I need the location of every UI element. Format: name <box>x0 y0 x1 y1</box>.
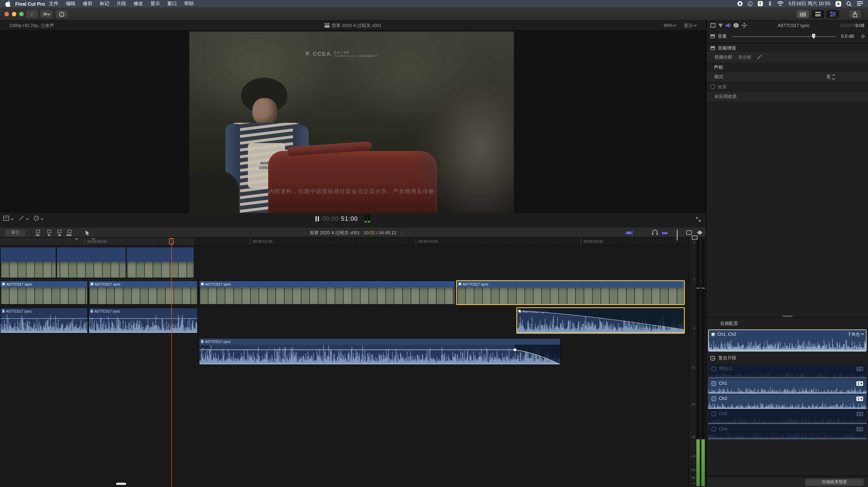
share-button[interactable] <box>849 10 861 18</box>
audio-meters: 6 0 -6 -12 -20 -30 -40 -50 -60 -∞ <box>688 238 706 487</box>
wifi-icon[interactable] <box>777 1 783 6</box>
keyframe-icon[interactable] <box>861 34 865 38</box>
channel-checkbox[interactable] <box>712 427 716 431</box>
channel-row[interactable]: ✓ Ch2 1 <box>708 394 867 410</box>
volume-line[interactable] <box>1 318 87 319</box>
playhead[interactable] <box>171 238 172 487</box>
ruler-label: 00:00:52:00 <box>253 239 272 243</box>
apple-menu-icon[interactable] <box>5 1 11 7</box>
panel-drag-handle[interactable] <box>782 315 793 317</box>
channel-checkbox[interactable]: ✓ <box>712 381 716 386</box>
channel-row[interactable]: Ch3 1 <box>708 410 867 425</box>
video-clip[interactable]: A077C017 sync <box>199 281 455 305</box>
previous-project-button[interactable]: ‹ <box>304 230 306 236</box>
fullscreen-icon[interactable] <box>696 217 701 222</box>
menu-item-edit[interactable]: 编辑 <box>66 0 75 7</box>
channel-checkbox[interactable] <box>712 412 716 416</box>
volume-section-icon[interactable] <box>710 34 715 38</box>
minimize-window-button[interactable] <box>12 12 16 16</box>
channel-checkbox[interactable]: ✓ <box>712 396 716 401</box>
pan-mode-select[interactable]: 无 <box>826 74 835 80</box>
enhancements-menu[interactable] <box>19 216 28 221</box>
show-inspector-button[interactable] <box>827 10 839 18</box>
menu-item-modify[interactable]: 修改 <box>133 0 143 7</box>
timeline[interactable]: 00:00:50:00 00:00:52:00 00:00:54:00 00:0… <box>0 238 706 487</box>
pause-button[interactable] <box>315 216 319 221</box>
mini-audio-meters[interactable] <box>365 215 370 223</box>
timeline-current-time: 10:02 <box>364 230 375 235</box>
show-browser-button[interactable] <box>797 10 809 18</box>
save-effects-preset-button[interactable]: 存储效果预置 <box>805 479 864 486</box>
collapse-icon[interactable] <box>710 356 715 360</box>
close-window-button[interactable] <box>4 12 9 16</box>
volume-label: 音量 <box>718 33 727 39</box>
zoom-window-button[interactable] <box>19 12 24 16</box>
subrole-menu[interactable]: 子角色 <box>847 331 863 337</box>
menu-item-mark[interactable]: 标记 <box>100 0 109 7</box>
audio-analysis-row: 音频分析 未分析 <box>707 53 868 62</box>
color-inspector-tab[interactable] <box>718 24 723 27</box>
keyword-editor-button[interactable] <box>40 10 52 18</box>
magic-wand-icon[interactable] <box>757 55 762 60</box>
info-inspector-tab[interactable]: i <box>734 23 738 28</box>
connected-audio-clip[interactable]: A077C017 sync ⌀ ▿ <box>199 338 561 365</box>
channel-row[interactable]: ✓ Ch1 1 <box>708 379 867 394</box>
boy-face <box>252 98 277 125</box>
viewer-zoom-menu[interactable]: 99% <box>664 23 676 28</box>
video-frame[interactable]: RIVERDIRECT ✕ CCEA 影视工业网 CineHello.com｜高… <box>189 32 514 213</box>
import-media-button[interactable]: ↓ <box>26 10 38 18</box>
show-timeline-button[interactable] <box>812 10 824 18</box>
menu-clock[interactable]: 5月16日 周六 10:55 <box>788 0 831 7</box>
timeline-project-title[interactable]: 剪赛 2020 A 过昭关 v001 <box>310 230 360 236</box>
channel-row[interactable]: 对白-1 2 <box>708 364 867 379</box>
inspector-sliders-icon <box>830 11 836 17</box>
volume-line[interactable] <box>89 318 197 319</box>
notification-center-icon[interactable] <box>857 1 863 6</box>
menu-item-help[interactable]: 帮助 <box>184 0 194 7</box>
key-icon <box>43 12 50 16</box>
retime-menu[interactable] <box>34 216 43 221</box>
clip-appearance-button[interactable] <box>677 230 678 240</box>
input-source-icon[interactable]: A <box>836 1 841 7</box>
playhead-handle[interactable] <box>169 238 174 245</box>
menu-item-window[interactable]: 窗口 <box>167 0 177 7</box>
creative-cloud-icon[interactable] <box>747 1 752 6</box>
volume-automation[interactable] <box>199 345 560 365</box>
volume-slider[interactable] <box>732 34 836 39</box>
video-clip[interactable]: A077C017 sync <box>0 281 88 305</box>
menu-item-view[interactable]: 显示 <box>150 0 160 7</box>
transform-crop-menu[interactable] <box>3 216 13 221</box>
connected-video-clip[interactable] <box>0 247 194 278</box>
fade-overlay[interactable] <box>517 308 684 333</box>
meter-label: 6 <box>693 241 695 245</box>
status-app-icon[interactable] <box>737 1 742 6</box>
audio-inspector-tab[interactable] <box>726 23 731 28</box>
audio-clip[interactable]: A077C017 sync <box>0 307 88 333</box>
chevron-down-icon <box>11 217 14 220</box>
menu-item-clip[interactable]: 片段 <box>117 0 126 7</box>
spotlight-icon[interactable] <box>846 1 852 7</box>
status-t-icon[interactable]: T <box>757 1 763 6</box>
video-inspector-tab[interactable] <box>710 23 715 28</box>
next-project-button[interactable]: › <box>400 230 402 236</box>
menu-item-file[interactable]: 文件 <box>49 0 59 7</box>
background-tasks-button[interactable]: ✓ <box>56 10 68 18</box>
volume-value[interactable]: 0.0 dB <box>841 34 854 39</box>
video-clip[interactable]: A077C017 sync <box>89 281 198 305</box>
enhance-section-icon[interactable] <box>710 46 715 50</box>
bluetooth-icon[interactable] <box>768 1 772 7</box>
channel-row[interactable]: Ch4 1 <box>708 425 867 440</box>
timeline-scrollbar[interactable] <box>116 483 126 485</box>
channel-config-card[interactable]: Ch1, Ch2 子角色 <box>708 329 867 352</box>
menu-item-trim[interactable]: 修剪 <box>83 0 92 7</box>
solo-toggle[interactable] <box>652 229 658 235</box>
audio-enhance-label: 音频增强 <box>718 45 736 51</box>
audio-clip[interactable]: A077C017 sync <box>89 307 198 333</box>
effects-checkbox[interactable] <box>710 85 715 89</box>
viewer-display-menu[interactable]: 显示 <box>684 22 696 29</box>
menu-app-name[interactable]: Final Cut Pro <box>15 1 45 7</box>
transform-inspector-tab[interactable] <box>741 23 747 28</box>
audio-clip-selected[interactable]: A077C017 sync <box>517 307 684 333</box>
channel-checkbox[interactable] <box>712 366 716 371</box>
video-clip-selected[interactable]: A077C017 sync <box>456 281 684 305</box>
